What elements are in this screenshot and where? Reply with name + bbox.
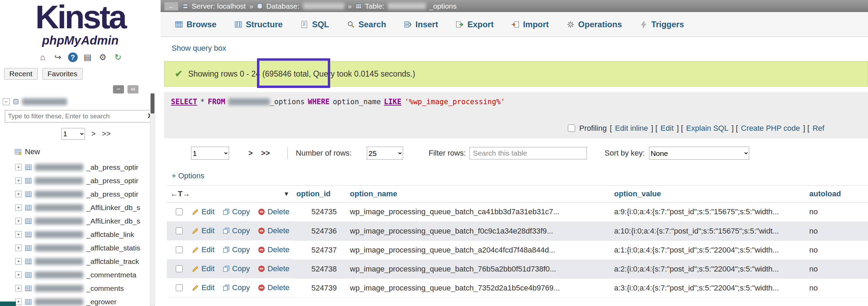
copy-label[interactable]: Copy — [232, 226, 250, 235]
row-checkbox[interactable] — [176, 265, 183, 273]
settings-icon[interactable]: ⚙ — [98, 52, 108, 62]
link-panel-icon[interactable]: ∞ — [127, 85, 139, 93]
rows-per-page-select[interactable]: 25 — [367, 147, 403, 160]
new-table-item[interactable]: New — [0, 140, 161, 159]
home-icon[interactable]: ⌂ — [38, 52, 48, 62]
scrollbar-thumb[interactable] — [151, 93, 154, 113]
sidebar-table-item[interactable]: + _commentmeta — [0, 268, 161, 282]
copy-action[interactable]: Copy — [223, 264, 250, 273]
refresh-link[interactable]: Ref — [812, 124, 824, 133]
row-checkbox[interactable] — [176, 284, 183, 292]
tab-recent[interactable]: Recent — [4, 68, 38, 80]
sidebar-table-item[interactable]: + _afflctable_link — [0, 228, 161, 241]
sidebar-table-item[interactable]: + _afflctable_track — [0, 255, 161, 268]
col-header-option-name[interactable]: option_name — [346, 186, 611, 203]
row-checkbox[interactable] — [176, 246, 183, 254]
delete-label[interactable]: Delete — [267, 245, 289, 254]
help-icon[interactable]: ? — [68, 52, 78, 62]
copy-action[interactable]: Copy — [223, 207, 250, 216]
sidebar-table-item[interactable]: + _ab_press_optir — [0, 160, 161, 174]
edit-label[interactable]: Edit — [201, 245, 214, 254]
expand-icon[interactable]: + — [15, 272, 22, 278]
col-header-option-id[interactable]: option_id — [293, 186, 346, 203]
collapse-all-icon[interactable]: − — [113, 85, 124, 93]
tab-import[interactable]: Import — [503, 12, 558, 37]
edit-link[interactable]: Edit — [660, 124, 674, 133]
edit-label[interactable]: Edit — [201, 226, 214, 235]
docs-icon[interactable]: ▤ — [83, 52, 93, 62]
expand-icon[interactable]: + — [15, 177, 22, 184]
sql-keyword[interactable]: LIKE — [384, 98, 402, 106]
console-bar[interactable] — [0, 302, 16, 306]
sql-keyword[interactable]: SELECT — [171, 98, 197, 106]
sidebar-table-item[interactable]: + _comments — [0, 282, 161, 295]
next-page-link[interactable]: > — [248, 149, 253, 158]
col-header-autoload[interactable]: autoload — [806, 186, 868, 203]
sidebar-table-item[interactable]: + _ab_press_optir — [0, 174, 161, 187]
options-toggle-link[interactable]: + Options — [172, 171, 204, 180]
expand-icon[interactable]: + — [15, 218, 22, 224]
sidebar-table-item[interactable]: + _AffiLinker_db_s — [0, 201, 161, 214]
copy-action[interactable]: Copy — [223, 245, 250, 254]
tab-favorites[interactable]: Favorites — [42, 68, 83, 80]
column-nav-icons[interactable]: ←T→ — [170, 189, 190, 198]
logout-icon[interactable]: ↪ — [53, 52, 63, 62]
profiling-checkbox[interactable] — [568, 125, 575, 132]
expand-icon[interactable]: + — [15, 245, 22, 251]
tree-page-next[interactable]: > — [91, 129, 96, 138]
expand-icon[interactable]: + — [15, 204, 22, 211]
edit-action[interactable]: Edit — [192, 264, 214, 273]
expand-icon[interactable]: + — [15, 298, 22, 305]
tree-filter-input[interactable] — [5, 110, 155, 122]
delete-label[interactable]: Delete — [267, 226, 289, 235]
tab-insert[interactable]: Insert — [395, 12, 447, 37]
sidebar-table-item[interactable]: + _afflctable_statis — [0, 241, 161, 255]
delete-action[interactable]: Delete — [258, 283, 289, 292]
back-arrow-icon[interactable]: ← — [164, 2, 179, 11]
tab-export[interactable]: Export — [447, 12, 503, 37]
copy-action[interactable]: Copy — [223, 226, 250, 235]
copy-label[interactable]: Copy — [232, 283, 250, 292]
delete-label[interactable]: Delete — [267, 207, 289, 216]
sidebar-scrollbar[interactable] — [150, 92, 155, 306]
sidebar-table-item[interactable]: + _egrower — [0, 295, 161, 306]
copy-label[interactable]: Copy — [232, 245, 250, 254]
delete-label[interactable]: Delete — [267, 283, 289, 292]
reload-icon[interactable]: ↻ — [113, 52, 123, 62]
expand-icon[interactable]: + — [15, 231, 22, 238]
last-page-link[interactable]: >> — [261, 149, 270, 158]
sort-key-select[interactable]: None — [649, 147, 749, 160]
delete-label[interactable]: Delete — [267, 264, 289, 273]
tab-operations[interactable]: Operations — [558, 12, 631, 37]
sidebar-table-item[interactable]: + _ab_press_optir — [0, 187, 161, 201]
tab-triggers[interactable]: Triggers — [631, 12, 693, 37]
edit-inline-link[interactable]: Edit inline — [615, 124, 648, 133]
edit-action[interactable]: Edit — [192, 226, 214, 235]
edit-action[interactable]: Edit — [192, 245, 214, 254]
delete-action[interactable]: Delete — [258, 207, 289, 216]
col-header-option-value[interactable]: option_value — [611, 186, 806, 203]
expand-icon[interactable]: + — [15, 285, 22, 292]
sidebar-table-item[interactable]: + _AffiLinker_db_s — [0, 214, 161, 228]
create-php-code-link[interactable]: Create PHP code — [741, 124, 800, 133]
tab-search[interactable]: Search — [338, 12, 395, 37]
edit-label[interactable]: Edit — [201, 283, 214, 292]
edit-label[interactable]: Edit — [201, 207, 214, 216]
tree-root-database[interactable]: − — [0, 93, 161, 105]
row-checkbox[interactable] — [176, 208, 183, 216]
edit-label[interactable]: Edit — [201, 264, 214, 273]
breadcrumb-table-label[interactable]: Table: — [365, 2, 384, 10]
breadcrumb-server[interactable]: Server: localhost — [192, 2, 246, 10]
tab-structure[interactable]: Structure — [226, 12, 292, 37]
explain-sql-link[interactable]: Explain SQL — [686, 124, 728, 133]
expand-icon[interactable]: + — [15, 164, 22, 170]
expand-icon[interactable]: + — [15, 258, 22, 265]
expand-icon[interactable]: + — [15, 191, 22, 197]
edit-action[interactable]: Edit — [192, 207, 214, 216]
tree-page-select[interactable]: 1 — [61, 128, 85, 140]
delete-action[interactable]: Delete — [258, 245, 289, 254]
tab-sql[interactable]: SQL — [292, 12, 338, 37]
tree-page-last[interactable]: >> — [102, 129, 111, 138]
collapse-node-icon[interactable]: − — [3, 98, 10, 105]
copy-action[interactable]: Copy — [223, 283, 250, 292]
